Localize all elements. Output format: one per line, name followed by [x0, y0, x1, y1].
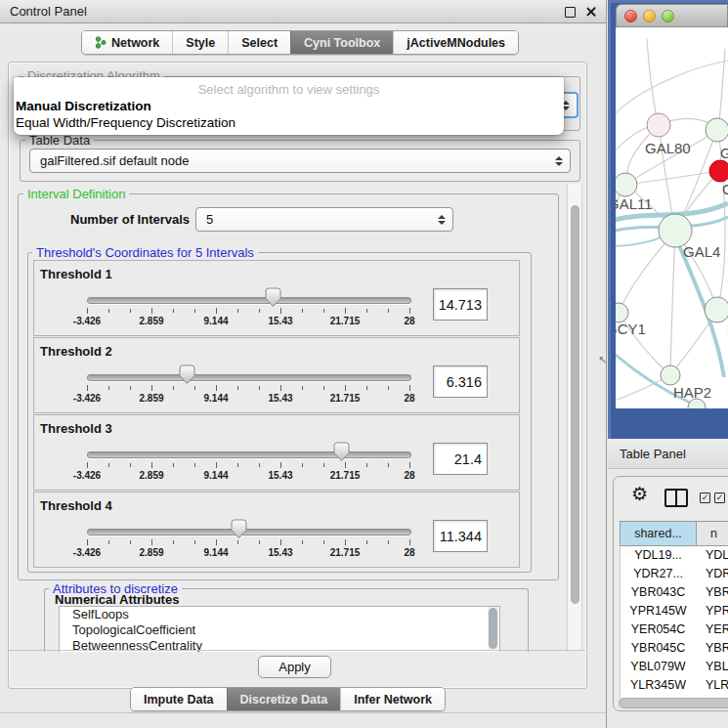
gear-icon[interactable]: ⚙ [631, 485, 648, 503]
network-node[interactable] [659, 214, 692, 247]
table-header-row: shared... n [620, 521, 728, 546]
cell-name: YBR0 [696, 583, 728, 602]
threshold-panel-1: Threshold 1-3.4262.8599.14415.4321.71528… [33, 260, 520, 336]
table-row[interactable]: YPR145WYPR1 [621, 602, 728, 621]
tab-cyni-toolbox[interactable]: Cyni Toolbox [290, 31, 393, 54]
slider-tick-label: 28 [404, 316, 414, 326]
bottom-tab-bar: Impute DataDiscretize DataInfer Network [130, 687, 446, 711]
table-horizontal-scrollbar[interactable] [619, 698, 728, 708]
slider-tick-label: 28 [404, 547, 414, 558]
thresholds-group-title: Threshold's Coordinates for 5 Intervals [32, 245, 258, 260]
table-panel-titlebar: Table Panel [608, 439, 728, 469]
close-traffic-light-icon[interactable] [624, 10, 637, 22]
network-node[interactable] [616, 303, 628, 322]
network-node[interactable] [705, 297, 728, 322]
table-row[interactable]: YDL19...YDL1 [621, 546, 728, 565]
column-header-name[interactable]: n [697, 522, 728, 545]
table-row[interactable]: YBL079WYBL0 [621, 658, 728, 676]
slider-thumb[interactable] [231, 519, 247, 543]
slider-tick-label: 21.715 [330, 547, 361, 558]
checkbox-checked-icon[interactable]: ✓ [714, 492, 725, 503]
slider-tick-label: -3.426 [73, 547, 101, 558]
popup-hint: Select algorithm to view settings [14, 82, 564, 97]
table-row[interactable]: YDR27...YDR2 [621, 565, 728, 583]
column-header-shared-name[interactable]: shared... [621, 522, 697, 545]
table-row[interactable]: YLR345WYLR3 [621, 676, 728, 695]
tab-network[interactable]: Network [82, 31, 172, 54]
tab-discretize-data[interactable]: Discretize Data [227, 688, 341, 710]
slider-tick-label: 28 [404, 470, 414, 481]
slider-thumb[interactable] [333, 442, 350, 466]
checkbox-checked-icon[interactable]: ✓ [700, 492, 710, 503]
slider-thumb[interactable] [265, 287, 281, 312]
network-node[interactable] [709, 160, 728, 182]
attribute-list-item[interactable]: SelfLoops [60, 607, 499, 622]
slider-tick-label: 9.144 [203, 393, 228, 404]
popup-item-manual-discretization[interactable]: Manual Discretization [16, 99, 151, 113]
slider-tick-label: 15.43 [268, 393, 292, 404]
zoom-traffic-light-icon[interactable] [662, 10, 674, 22]
table-rows: YDL19...YDL1YDR27...YDR2YBR043CYBR0YPR14… [620, 546, 728, 704]
slider-thumb[interactable] [179, 364, 195, 389]
cell-name: YBL0 [696, 658, 728, 676]
network-icon [95, 36, 107, 49]
cell-shared-name: YDR27... [621, 565, 696, 583]
attributes-list-scrollbar[interactable] [488, 607, 498, 651]
table-panel-title: Table Panel [620, 447, 686, 461]
number-of-intervals-label: Number of Intervals [70, 212, 190, 227]
threshold-value-field[interactable]: 14.713 [433, 288, 488, 321]
popup-item-equal-width-frequency[interactable]: Equal Width/Frequency Discretization [16, 115, 236, 130]
slider-track[interactable] [87, 374, 411, 381]
network-canvas[interactable]: GAL80GACGAL11GAL4GCY1HHAP2 [616, 27, 728, 408]
control-panel-window: Control Panel NetworkStyleSelectCyni Too… [0, 0, 607, 728]
network-node-label: C [722, 181, 728, 197]
table-data-group-title: Table Data [25, 133, 94, 148]
slider-tick-label: 21.715 [330, 470, 361, 481]
slider-tick-label: 15.43 [268, 316, 292, 326]
tab-jactivemnodules[interactable]: jActiveMNodules [393, 31, 518, 54]
slider-track[interactable] [87, 297, 411, 304]
minimize-traffic-light-icon[interactable] [643, 10, 656, 22]
close-icon[interactable] [585, 6, 597, 18]
tab-infer-network[interactable]: Infer Network [340, 688, 445, 710]
slider-tick-label: 2.859 [139, 316, 163, 326]
network-node[interactable] [616, 173, 637, 196]
network-window-titlebar[interactable] [616, 4, 728, 27]
tab-style[interactable]: Style [172, 31, 228, 54]
tab-impute-data[interactable]: Impute Data [131, 688, 227, 710]
threshold-value-field[interactable]: 11.344 [433, 520, 488, 552]
node-table: shared... n YDL19...YDL1YDR27...YDR2YBR0… [620, 521, 728, 704]
tab-label: Style [186, 36, 215, 50]
network-node[interactable] [661, 365, 680, 385]
threshold-value-field[interactable]: 6.316 [433, 365, 488, 398]
threshold-value-field[interactable]: 21.4 [433, 443, 488, 475]
interval-definition-group-title: Interval Definition [23, 187, 129, 201]
slider-track[interactable] [87, 451, 411, 458]
slider-track[interactable] [87, 529, 411, 535]
slider-tick-label: 15.43 [268, 547, 292, 558]
combobox-stepper-icon [555, 156, 563, 166]
tab-label: Select [241, 36, 278, 50]
network-node-label: GAL80 [645, 140, 691, 156]
cell-shared-name: YER054C [621, 621, 696, 639]
tab-label: Cyni Toolbox [304, 36, 380, 50]
attribute-list-item[interactable]: TopologicalCoefficient [60, 622, 499, 638]
cell-shared-name: YDL19... [621, 546, 696, 565]
table-row[interactable]: YBR045CYBR0 [621, 639, 728, 658]
network-node[interactable] [706, 118, 728, 142]
table-row[interactable]: YER054CYER0 [621, 621, 728, 639]
split-columns-icon[interactable] [664, 489, 688, 507]
number-of-intervals-combobox[interactable]: 5 [195, 207, 453, 232]
control-panel-scrollbar-thumb[interactable] [571, 205, 579, 604]
table-data-combobox[interactable]: galFiltered.sif default node [29, 149, 571, 173]
float-icon[interactable] [565, 7, 576, 18]
table-panel: ⚙ ✓ ✓ shared... n YDL19...YDL1YDR27...YD… [613, 476, 728, 711]
numerical-attributes-list[interactable]: SelfLoopsTopologicalCoefficientBetweenne… [59, 606, 500, 652]
table-row[interactable]: YBR043CYBR0 [621, 583, 728, 602]
cell-name: YDL1 [696, 546, 728, 565]
network-node[interactable] [647, 113, 670, 137]
apply-button[interactable]: Apply [258, 656, 331, 678]
slider-tick-label: 21.715 [330, 393, 361, 404]
tab-select[interactable]: Select [228, 31, 290, 54]
control-panel-titlebar: Control Panel [0, 0, 606, 23]
